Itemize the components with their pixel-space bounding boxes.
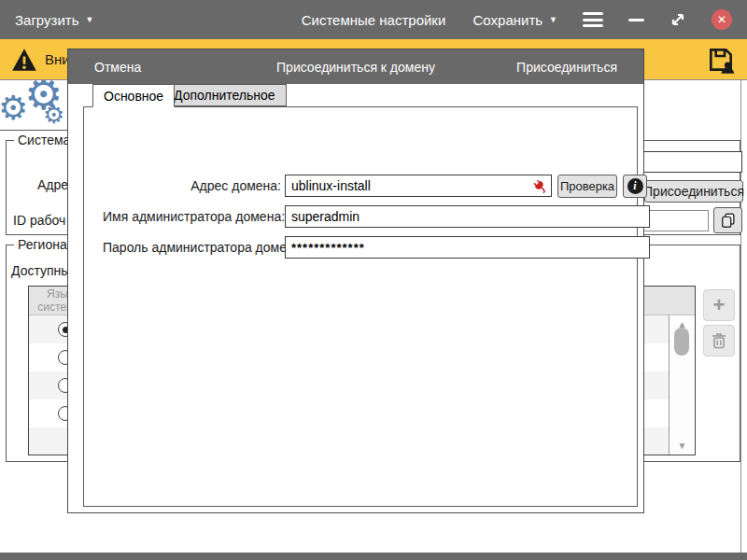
admin-password-label: Пароль администратора домена: xyxy=(103,240,281,255)
plug-status-icon xyxy=(531,177,548,194)
chevron-down-icon: ▼ xyxy=(86,16,94,24)
scroll-down-icon[interactable]: ▼ xyxy=(669,441,695,451)
window-title: Системные настройки xyxy=(302,12,446,28)
save-dropdown-button[interactable]: Сохранить ▼ xyxy=(473,12,557,28)
vertical-scrollbar[interactable]: ▲ ▼ xyxy=(669,315,695,455)
tab-main[interactable]: Основное xyxy=(92,84,175,107)
admin-name-input[interactable] xyxy=(285,205,650,228)
join-button[interactable]: Присоединиться xyxy=(516,60,617,75)
join-domain-dialog: Отмена Присоединиться к домену Присоедин… xyxy=(67,49,644,513)
admin-name-label: Имя администратора домена: xyxy=(103,209,281,224)
system-settings-window: Загрузить ▼ Системные настройки Сохранит… xyxy=(0,0,747,560)
scrollbar-thumb[interactable] xyxy=(674,328,689,356)
title-bar: Загрузить ▼ Системные настройки Сохранит… xyxy=(0,0,747,39)
info-icon: i xyxy=(627,178,643,194)
copy-button[interactable] xyxy=(713,207,742,233)
save-label: Сохранить xyxy=(473,12,543,28)
expand-icon[interactable] xyxy=(669,11,686,28)
admin-password-input[interactable] xyxy=(285,236,650,259)
gear-icon: ⚙ xyxy=(0,91,28,125)
save-user-icon[interactable] xyxy=(706,45,736,75)
dialog-header: Отмена Присоединиться к домену Присоедин… xyxy=(68,49,643,84)
gear-icon: ⚙ xyxy=(43,103,64,127)
menu-icon[interactable] xyxy=(583,9,603,31)
trash-icon xyxy=(712,332,726,349)
footer-bar xyxy=(0,553,747,560)
delete-button[interactable] xyxy=(703,325,735,357)
domain-address-field xyxy=(285,175,552,197)
minimize-icon[interactable] xyxy=(628,19,644,21)
close-icon[interactable]: ✕ xyxy=(712,9,732,30)
load-label: Загрузить xyxy=(15,12,79,28)
check-button[interactable]: Проверка xyxy=(557,175,617,198)
available-label: Доступны xyxy=(11,263,70,278)
load-dropdown-button[interactable]: Загрузить ▼ xyxy=(15,12,93,28)
cancel-button[interactable]: Отмена xyxy=(94,60,141,75)
warning-icon xyxy=(11,48,37,72)
domain-address-input[interactable] xyxy=(285,175,552,197)
info-button[interactable]: i xyxy=(623,175,647,198)
plus-icon: + xyxy=(713,293,726,317)
dialog-title: Присоединиться к домену xyxy=(276,60,435,75)
workstation-id-label: ID рабоч xyxy=(13,213,65,228)
chevron-down-icon: ▼ xyxy=(549,16,557,24)
join-domain-button[interactable]: Присоединиться xyxy=(644,180,743,203)
tab-content-frame: Адрес домена: Проверка i Имя администрат… xyxy=(83,106,638,507)
system-group-label: Система xyxy=(14,133,74,147)
tab-additional[interactable]: Дополнительное xyxy=(162,84,287,106)
domain-address-label: Адрес домена: xyxy=(103,178,281,193)
add-button[interactable]: + xyxy=(703,289,735,321)
copy-icon xyxy=(720,212,737,229)
